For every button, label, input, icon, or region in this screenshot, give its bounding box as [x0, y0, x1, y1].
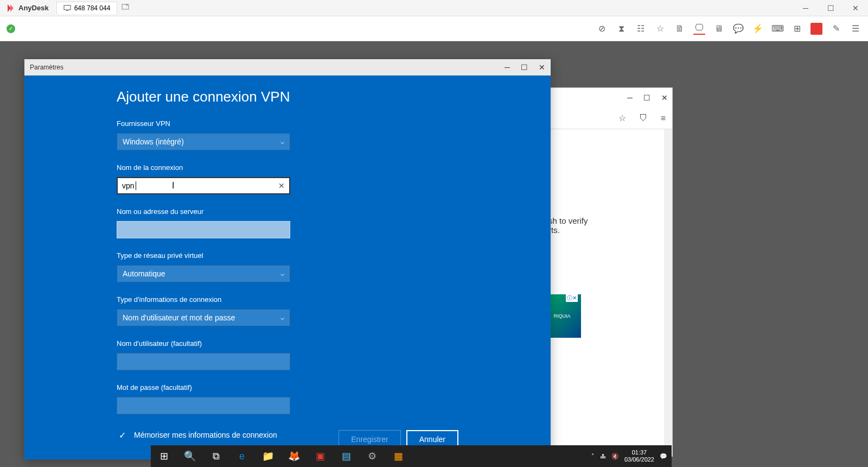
- edit-icon[interactable]: ✎: [830, 23, 842, 35]
- vpn-type-dropdown[interactable]: Automatique ⌵: [117, 265, 290, 282]
- page-text-2: rts.: [548, 225, 667, 235]
- text-cursor-icon: I: [172, 181, 174, 191]
- shield-icon[interactable]: ⊞: [791, 23, 803, 35]
- connection-name-input[interactable]: vpn I ✕: [117, 177, 290, 194]
- svg-rect-0: [64, 5, 71, 10]
- password-input[interactable]: [117, 397, 290, 414]
- settings-taskbar[interactable]: ⚙: [359, 445, 385, 467]
- explorer-taskbar[interactable]: 📁: [255, 445, 281, 467]
- firefox-page-content: sh to verify rts.: [543, 129, 672, 245]
- chevron-down-icon: ⌵: [280, 138, 284, 146]
- provider-label: Fournisseur VPN: [117, 119, 458, 128]
- chevron-down-icon: ⌵: [280, 314, 284, 321]
- menu-icon[interactable]: ☰: [850, 23, 861, 35]
- provider-value: Windows (intégré): [123, 137, 184, 146]
- auth-type-dropdown[interactable]: Nom d'utilisateur et mot de passe ⌵: [117, 309, 290, 326]
- clear-input-icon[interactable]: ✕: [278, 181, 285, 190]
- vpn-type-label: Type de réseau privé virtuel: [117, 251, 458, 260]
- anydesk-titlebar: AnyDesk 648 784 044 ─ ☐ ✕: [0, 0, 868, 16]
- lightning-icon[interactable]: ⚡: [752, 23, 764, 35]
- anydesk-minimize[interactable]: ─: [793, 0, 818, 16]
- username-input[interactable]: [117, 353, 290, 370]
- start-button[interactable]: ⊞: [151, 445, 177, 467]
- ad-close-icon[interactable]: ⓘ✕: [566, 294, 578, 302]
- firefox-minimize[interactable]: ─: [627, 93, 633, 102]
- anydesk-new-tab[interactable]: [122, 3, 130, 13]
- provider-dropdown[interactable]: Windows (intégré) ⌵: [117, 133, 290, 150]
- app-taskbar-3[interactable]: ▦: [385, 445, 411, 467]
- taskview-icon: ⧉: [208, 449, 224, 464]
- anydesk-maximize[interactable]: ☐: [818, 0, 843, 16]
- anydesk-close[interactable]: ✕: [843, 0, 868, 16]
- remember-label: Mémoriser mes informations de connexion: [134, 431, 277, 439]
- firefox-menu-icon[interactable]: ≡: [661, 113, 666, 123]
- database-icon[interactable]: ☷: [635, 23, 647, 35]
- keyboard-icon[interactable]: ⌨: [771, 23, 783, 35]
- server-input[interactable]: [117, 221, 290, 238]
- svg-rect-1: [66, 10, 68, 11]
- firefox-maximize[interactable]: ☐: [643, 93, 650, 102]
- windows-taskbar: ⊞ 🔍 ⧉ e 📁 🦊 ▣ ▤ ⚙ ▦ ˄ 🖧 🔇 01:37 03/06/20…: [151, 445, 672, 467]
- settings-titlebar: Paramètres ─ ☐ ✕: [24, 59, 551, 75]
- gear-icon: ⚙: [365, 449, 380, 464]
- settings-window-title: Paramètres: [30, 64, 63, 71]
- app-icon: ▣: [312, 449, 328, 464]
- new-tab-icon: [122, 3, 130, 11]
- app-taskbar-1[interactable]: ▣: [307, 445, 333, 467]
- search-button[interactable]: 🔍: [177, 445, 203, 467]
- auth-type-label: Type d'informations de connexion: [117, 295, 458, 304]
- server-label: Nom ou adresse du serveur: [117, 207, 458, 216]
- remote-desktop: ─ ☐ ✕ ☆ ⛉ ≡ sh to verify rts. RIQUIA ⓘ✕ …: [0, 41, 868, 467]
- vpn-type-value: Automatique: [123, 269, 165, 278]
- settings-minimize[interactable]: ─: [505, 63, 510, 72]
- record-icon[interactable]: [810, 23, 822, 35]
- password-label: Mot de passe (facultatif): [117, 383, 458, 392]
- star-icon[interactable]: ☆: [654, 23, 666, 35]
- page-title: Ajouter une connexion VPN: [117, 89, 458, 105]
- tray-volume-icon[interactable]: 🔇: [611, 453, 619, 460]
- checkbox-checked-icon: ✓: [117, 430, 127, 440]
- settings-window: Paramètres ─ ☐ ✕ Ajouter une connexion V…: [24, 59, 551, 459]
- settings-maximize[interactable]: ☐: [521, 63, 528, 72]
- task-view-button[interactable]: ⧉: [203, 445, 229, 467]
- edge-taskbar[interactable]: e: [229, 445, 255, 467]
- settings-close[interactable]: ✕: [539, 63, 545, 72]
- bookmark-star-icon[interactable]: ☆: [618, 113, 626, 123]
- connection-name-value: vpn: [122, 181, 135, 190]
- firefox-taskbar[interactable]: 🦊: [281, 445, 307, 467]
- anydesk-session-tab[interactable]: 648 784 044: [56, 2, 118, 14]
- folder-icon: 📁: [260, 449, 276, 464]
- clock-time: 01:37: [624, 449, 654, 456]
- display-icon[interactable]: 🖵: [693, 23, 705, 35]
- page-text-1: sh to verify: [548, 216, 667, 225]
- firefox-icon: 🦊: [286, 449, 302, 464]
- app-icon-3: ▦: [391, 449, 406, 464]
- pocket-icon[interactable]: ⛉: [639, 113, 648, 123]
- anydesk-brand-text: AnyDesk: [18, 4, 49, 12]
- app-icon-2: ▤: [339, 449, 354, 464]
- hourglass-icon[interactable]: ⧗: [615, 23, 627, 35]
- file-icon[interactable]: 🗎: [674, 23, 686, 35]
- anydesk-logo-icon: [5, 3, 15, 13]
- monitor-icon-tb[interactable]: 🖥: [713, 23, 725, 35]
- monitor-icon: [63, 5, 71, 11]
- tray-chevron-icon[interactable]: ˄: [591, 453, 595, 460]
- system-clock[interactable]: 01:37 03/06/2022: [624, 449, 654, 463]
- tray-network-icon[interactable]: 🖧: [600, 453, 606, 459]
- windows-icon: ⊞: [156, 449, 171, 464]
- connection-name-label: Nom de la connexion: [117, 163, 458, 172]
- anydesk-toolbar: ✓ ⊘ ⧗ ☷ ☆ 🗎 🖵 🖥 💬 ⚡ ⌨ ⊞ ✎ ☰: [0, 16, 868, 41]
- chevron-down-icon: ⌵: [280, 270, 284, 277]
- anydesk-brand: AnyDesk: [0, 3, 54, 13]
- connection-status-icon: ✓: [7, 24, 15, 33]
- session-id: 648 784 044: [74, 4, 111, 12]
- toolbar-icon-1[interactable]: ⊘: [596, 23, 608, 35]
- firefox-scrollbar[interactable]: [664, 129, 672, 456]
- notification-icon[interactable]: 💬: [660, 453, 667, 460]
- app-taskbar-2[interactable]: ▤: [333, 445, 359, 467]
- edge-icon: e: [234, 449, 250, 464]
- firefox-close[interactable]: ✕: [661, 93, 668, 102]
- search-icon: 🔍: [182, 449, 197, 464]
- chat-icon[interactable]: 💬: [732, 23, 744, 35]
- firefox-window: ─ ☐ ✕ ☆ ⛉ ≡ sh to verify rts. RIQUIA ⓘ✕: [542, 87, 673, 457]
